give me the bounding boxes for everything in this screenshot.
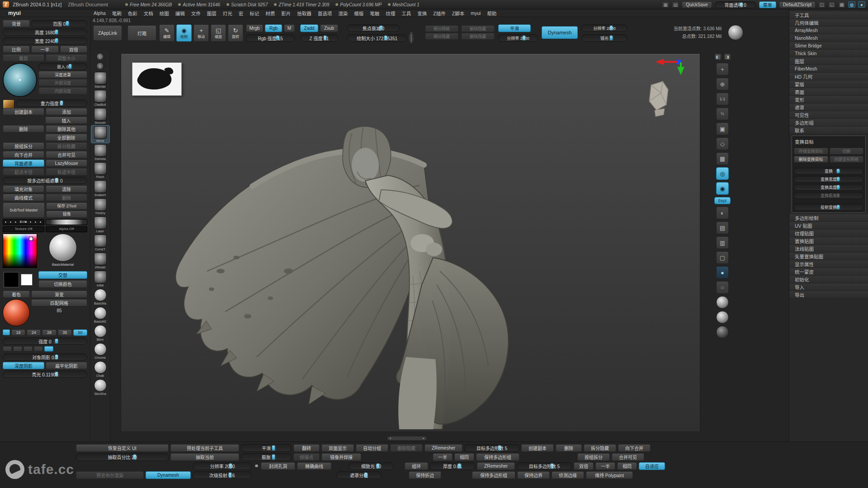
backface-mask-button[interactable]: 背面遮罩	[3, 160, 44, 167]
flat-shadow-button[interactable]: 扁平化阴影	[46, 362, 87, 369]
save-ztool-button[interactable]: 保存 ZTool	[46, 202, 87, 210]
brush-inflate[interactable]: Inflat	[91, 270, 109, 287]
aa-half-icon[interactable]: ½	[716, 108, 729, 120]
default-zscript-button[interactable]: DefaultZScript	[779, 1, 816, 8]
texture-off-thumbnail[interactable]: Texture Off	[3, 226, 44, 232]
groups-split-button[interactable]: 按组拆分	[577, 453, 610, 461]
tool-subpalette-item[interactable]: ArrayMesh	[789, 27, 868, 34]
draw-size-preset-icon[interactable]	[3, 329, 10, 335]
scale-mode-button[interactable]: ◱缩放	[211, 24, 226, 42]
material-preview[interactable]: BasicMaterial	[38, 234, 87, 270]
start-radius-button[interactable]: 起点半径	[3, 168, 44, 175]
zadd-button[interactable]: Zadd	[300, 24, 318, 32]
restore-custom-ui-button[interactable]: 恢复自定义 UI	[76, 444, 169, 452]
menu-item[interactable]: Z插件	[430, 10, 448, 17]
clear-mask-button[interactable]: 清除	[46, 185, 87, 192]
merge-visible-button[interactable]: 合并可见	[612, 453, 644, 461]
zremesher-button-2[interactable]: ZRemesher	[477, 462, 515, 470]
orientation-gizmo[interactable]	[637, 58, 692, 121]
delete-button[interactable]: 删除	[556, 444, 582, 452]
divider-left-icon[interactable]: ◧	[714, 53, 722, 61]
menu-item[interactable]: 宏	[236, 10, 247, 17]
perspective-icon[interactable]: ◇	[716, 137, 729, 150]
quick-doc-icon[interactable]: D	[96, 53, 104, 61]
divide-hidden-button[interactable]: 细分隐藏	[425, 33, 458, 40]
tool-subpalette-item[interactable]: Thick Skin	[789, 50, 868, 57]
append-subtool-button[interactable]: 添加	[46, 108, 87, 115]
merge-visible-left-button[interactable]: 合并可见	[46, 151, 87, 158]
tool-subpalette-item[interactable]: 变形	[789, 96, 868, 103]
transparent-icon[interactable]: ▢	[716, 251, 729, 264]
delete-all-button[interactable]: 全部删除	[45, 134, 87, 141]
duplicate-button[interactable]: 创建副本	[521, 444, 554, 452]
shadow-sphere[interactable]	[716, 326, 729, 338]
close-holes-button[interactable]: 封闭孔洞	[261, 462, 295, 470]
shadow-mini-button-2[interactable]	[13, 346, 22, 352]
main-color-swatch[interactable]	[4, 272, 19, 287]
tool-subpalette-item[interactable]: 法线贴图	[789, 245, 868, 253]
dynamic-perspective-icon[interactable]: ◉	[716, 182, 729, 195]
embed-slider[interactable]: 嵌入 0	[38, 63, 87, 70]
divide-mesh-button[interactable]: 细分网格	[425, 25, 458, 32]
tool-subpalette-item[interactable]: 图层	[789, 57, 868, 65]
tool-subpalette-item[interactable]: NanoMesh	[789, 34, 868, 42]
object-shadow-slider[interactable]: 对象阴影 0.3	[3, 353, 87, 361]
tool-subpalette-item[interactable]: 表面	[789, 88, 868, 96]
quick-sculpt-icon[interactable]: S	[96, 62, 104, 70]
split-groups-button[interactable]: 按组拆分	[3, 142, 44, 150]
rotate-mode-button[interactable]: ↻旋转	[228, 24, 243, 42]
brush-pinch[interactable]: Pinch	[91, 162, 109, 179]
zoom-document-icon[interactable]: ⊕	[716, 78, 729, 90]
decimate-current-button[interactable]: 抽取当前	[170, 453, 239, 461]
tool-subpalette-item[interactable]: 矢量置换贴图	[789, 253, 868, 260]
sub-projection-slider[interactable]: 次级投射 0.6	[193, 471, 251, 479]
rgb-button[interactable]: Rgb	[265, 24, 282, 32]
range-slider[interactable]: 范围 0	[31, 20, 87, 27]
auto-groups-button[interactable]: 自动分组	[356, 444, 388, 452]
shadow-mini-button-3[interactable]	[24, 346, 33, 352]
material-chrome[interactable]: Chrome	[91, 343, 109, 360]
tool-subpalette-item[interactable]: 导入	[789, 283, 868, 291]
size-preset-button[interactable]: 24	[27, 329, 41, 336]
size-preset-button[interactable]: 50	[73, 329, 87, 336]
weld-points-button[interactable]: 焊接点	[293, 453, 320, 461]
menu-item[interactable]: 笔触	[367, 10, 382, 17]
size-preset-button[interactable]: 28	[42, 329, 56, 336]
smooth-slider[interactable]: 平滑	[241, 444, 292, 452]
matcap-sphere[interactable]	[716, 311, 729, 324]
tool-subpalette-item[interactable]: FiberMesh	[789, 65, 868, 73]
color-picker[interactable]	[3, 234, 37, 268]
spotlight-sphere-icon[interactable]	[728, 25, 743, 40]
floor-grid-icon[interactable]: ▦	[716, 152, 729, 165]
brush-snakehook[interactable]: SnakeH	[91, 180, 109, 197]
inflate-slider[interactable]: 膨胀	[241, 453, 292, 461]
polyframe-icon[interactable]: ▥	[716, 236, 729, 249]
help-link-icon[interactable]: ●	[858, 1, 865, 8]
material-chalk[interactable]: Chalk	[91, 361, 109, 378]
delete-hidden-button[interactable]: 删除隐藏	[390, 444, 423, 452]
menu-item[interactable]: 变换	[414, 10, 430, 17]
delete-hidden-button-a[interactable]: 删除隐藏	[461, 25, 495, 32]
brush-damstandard[interactable]: Damsta	[91, 144, 109, 161]
depth-picker-widget[interactable]	[3, 63, 37, 97]
menu-item[interactable]: 编辑	[172, 10, 188, 17]
material-blinn[interactable]: Blinn	[91, 324, 109, 342]
mirror-button[interactable]: 镜像	[46, 211, 87, 218]
mask-groups-slider[interactable]: 遮罩分组	[336, 471, 382, 479]
target-polygons-slider-2[interactable]: 目标多边形数 5	[517, 462, 572, 470]
menu-item[interactable]: 影片	[278, 10, 294, 17]
doc-width-slider[interactable]: 宽度 2240	[3, 37, 87, 44]
morph-slider[interactable]: 变换	[794, 168, 863, 174]
tool-subpalette-item[interactable]: 蒙版	[789, 80, 868, 88]
menu-item[interactable]: 纹理	[382, 10, 398, 17]
active-brush-thumbnail[interactable]: Move	[46, 219, 87, 225]
tool-subpalette-item[interactable]: 几何体编辑	[789, 19, 868, 27]
session-icon[interactable]: ◍	[848, 1, 855, 8]
tool-subpalette-item[interactable]: 导出	[789, 291, 868, 299]
draw-mode-button[interactable]: ◉绘制	[176, 24, 192, 42]
zapplink-button[interactable]: ZAppLink	[93, 25, 122, 41]
tool-subpalette-item[interactable]: HD 几何	[789, 73, 868, 80]
target-polygons-slider[interactable]: 目标多边形数 5	[464, 444, 519, 452]
double-button[interactable]: 双倍	[574, 462, 594, 470]
depth-shadow-button[interactable]: 深度阴影	[3, 362, 44, 369]
